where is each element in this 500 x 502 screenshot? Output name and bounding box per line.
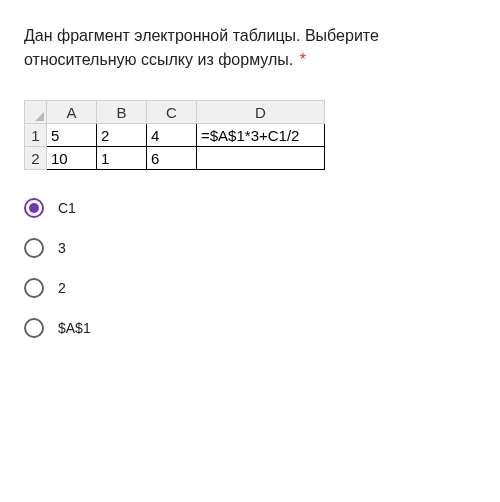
col-header-b: B [97,101,147,124]
option-label: 2 [58,280,66,296]
table-row: 1 5 2 4 =$A$1*3+C1/2 [25,124,325,147]
option-c1[interactable]: C1 [24,188,476,228]
col-header-d: D [197,101,325,124]
radio-icon [24,198,44,218]
cell-c1: 4 [147,124,197,147]
option-2[interactable]: 2 [24,268,476,308]
cell-a1: 5 [47,124,97,147]
radio-icon [24,238,44,258]
spreadsheet-image: A B C D 1 5 2 4 =$A$1*3+C1/2 2 10 1 [24,100,476,170]
option-a1-abs[interactable]: $A$1 [24,308,476,348]
required-asterisk: * [300,51,306,68]
option-label: C1 [58,200,76,216]
cell-d2 [197,147,325,170]
radio-icon [24,318,44,338]
question-text: Дан фрагмент электронной таблицы. Выбери… [24,24,476,72]
options-group: C1 3 2 $A$1 [24,188,476,348]
spreadsheet-table: A B C D 1 5 2 4 =$A$1*3+C1/2 2 10 1 [24,100,325,170]
question-text-content: Дан фрагмент электронной таблицы. Выбери… [24,27,379,68]
table-row: 2 10 1 6 [25,147,325,170]
option-3[interactable]: 3 [24,228,476,268]
option-label: $A$1 [58,320,91,336]
col-header-a: A [47,101,97,124]
select-all-corner [25,101,47,124]
col-header-c: C [147,101,197,124]
row-header-1: 1 [25,124,47,147]
option-label: 3 [58,240,66,256]
row-header-2: 2 [25,147,47,170]
cell-b2: 1 [97,147,147,170]
cell-d1: =$A$1*3+C1/2 [197,124,325,147]
radio-icon [24,278,44,298]
cell-a2: 10 [47,147,97,170]
cell-b1: 2 [97,124,147,147]
cell-c2: 6 [147,147,197,170]
question-card: Дан фрагмент электронной таблицы. Выбери… [0,0,500,348]
